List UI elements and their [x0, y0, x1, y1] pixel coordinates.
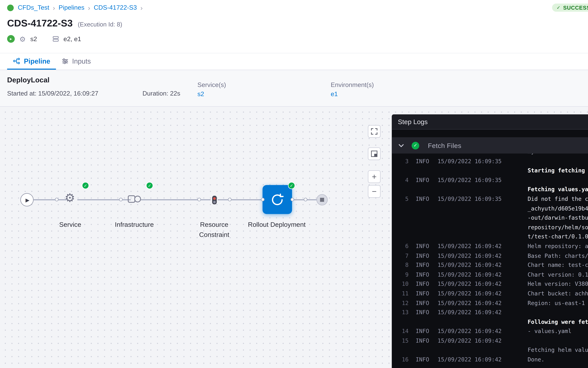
success-check-icon: ✓	[82, 182, 89, 189]
connector-dot	[261, 198, 265, 201]
breadcrumb: CFDs_Test › Pipelines › CDS-41722-S3 › ✓…	[7, 2, 588, 13]
breadcrumb-project[interactable]: CFDs_Test	[18, 4, 49, 11]
log-line: 16INFO15/09/2022 16:09:42Done.	[392, 355, 588, 365]
log-line: 15INFO15/09/2022 16:09:42	[392, 337, 588, 346]
log-line: 6INFO15/09/2022 16:09:42Helm repository:…	[392, 242, 588, 251]
inputs-icon	[61, 58, 68, 64]
log-line: 5INFO15/09/2022 16:09:35Did not find the…	[392, 195, 588, 204]
log-line: 9INFO15/09/2022 16:09:42Chart version: 0…	[392, 270, 588, 280]
infrastructure-icon	[128, 194, 141, 204]
page-title: CDS-41722-S3	[7, 18, 73, 29]
map-icon	[371, 150, 378, 157]
step-success-check-icon: ✓	[412, 142, 419, 149]
log-line: 13INFO15/09/2022 16:09:42	[392, 308, 588, 317]
zoom-in-button[interactable]: +	[368, 170, 380, 183]
connector-dot	[55, 198, 58, 201]
step-logs-panel: Step Logs Console View ✓ Fetch Files	[392, 114, 588, 368]
connector-dot	[198, 198, 201, 201]
log-line: 7INFO15/09/2022 16:09:42Base Path: chart…	[392, 251, 588, 261]
stage-duration: Duration: 22s	[142, 90, 180, 97]
environments-link[interactable]: e1	[331, 91, 338, 98]
infrastructure-node-label: Infrastructure	[104, 220, 165, 230]
log-line: 3INFO15/09/2022 16:09:35	[392, 157, 588, 166]
chevron-right-icon: ›	[53, 4, 55, 11]
fullscreen-icon	[371, 128, 378, 135]
log-line: 12INFO15/09/2022 16:09:42Region: us-east…	[392, 299, 588, 308]
execution-header: CFDs_Test › Pipelines › CDS-41722-S3 › ✓…	[0, 0, 588, 53]
services-label: Service(s)	[198, 81, 226, 89]
log-lines: …}3INFO15/09/2022 16:09:35Starting fetch…	[392, 147, 588, 365]
tab-bar: Pipeline Inputs Console View	[0, 53, 588, 70]
breadcrumb-pipeline-name[interactable]: CDS-41722-S3	[94, 4, 137, 11]
stage-info-bar: DeployLocal Started at: 15/09/2022, 16:0…	[0, 70, 588, 107]
success-check-icon: ✓	[288, 182, 295, 189]
header-actions: ✓ SUCCESS Start time 15/09/2022 16:09:26…	[552, 2, 588, 14]
log-line: 10INFO15/09/2022 16:09:42Helm version: V…	[392, 280, 588, 289]
rollout-deployment-node[interactable]	[263, 185, 292, 214]
rollout-node-label: Rollout Deployment	[246, 220, 307, 230]
service-ref: s2	[30, 35, 37, 43]
stage-name: DeployLocal	[7, 76, 49, 84]
pipeline-end-node[interactable]	[316, 194, 328, 205]
chevron-right-icon: ›	[140, 4, 143, 11]
rollout-icon	[270, 193, 284, 207]
resource-constraint-node[interactable]	[212, 196, 217, 204]
edge	[77, 199, 131, 200]
console-title: Step Logs	[398, 118, 427, 126]
tab-pipeline[interactable]: Pipeline	[7, 53, 56, 70]
environments-label: Environment(s)	[331, 81, 374, 89]
infrastructure-step-node[interactable]	[128, 194, 141, 206]
service-node-label: Service	[45, 220, 96, 230]
chevron-down-icon[interactable]	[398, 144, 406, 147]
fullscreen-button[interactable]	[368, 125, 380, 138]
log-line: t/test-chart/0.1.0	[392, 232, 588, 242]
pipeline-icon	[13, 57, 20, 65]
connector-dot	[291, 198, 294, 201]
log-line: Following were fetched successfully :	[392, 318, 588, 327]
status-badge: ✓ SUCCESS	[552, 3, 588, 12]
chevron-right-icon: ›	[88, 4, 90, 11]
log-line: Fetching helm values completed successfu…	[392, 346, 588, 355]
gear-icon: ⚙	[19, 35, 26, 43]
log-line: 4INFO15/09/2022 16:09:35	[392, 176, 588, 185]
breadcrumb-pipelines[interactable]: Pipelines	[58, 4, 85, 11]
log-section-header[interactable]: ✓ Fetch Files ↑ ↓ 9s	[392, 137, 588, 153]
pipeline-start-node[interactable]: ▶	[20, 193, 34, 206]
meta-row: ▸ ⚙ s2 e2, e1 Admin	[7, 35, 588, 43]
environment-refs: e2, e1	[64, 35, 81, 43]
connector-dot	[304, 198, 307, 201]
title-row: CDS-41722-S3 (Execution Id: 8)	[7, 18, 588, 29]
service-step-node[interactable]: ⚙	[65, 192, 75, 204]
tab-pipeline-label: Pipeline	[24, 57, 50, 65]
edge	[34, 199, 67, 200]
log-line: 8INFO15/09/2022 16:09:42Chart name: test…	[392, 261, 588, 270]
play-icon: ▶	[26, 197, 29, 203]
log-line: repository/helm/source/93602db7-89f2-317…	[392, 223, 588, 232]
execution-id: (Execution Id: 8)	[78, 21, 122, 28]
app-window: CFDs_Test › Pipelines › CDS-41722-S3 › ✓…	[0, 0, 588, 368]
tab-inputs[interactable]: Inputs	[56, 53, 96, 70]
log-line: Fetching values.yaml from helm chart rep…	[392, 185, 588, 194]
cd-module-icon: ▸	[7, 35, 15, 43]
log-line: Starting fetching Helm values	[392, 166, 588, 176]
plus-icon: +	[372, 173, 377, 181]
canvas-map-button[interactable]	[368, 147, 380, 160]
environment-icon	[52, 36, 59, 42]
log-line: 11INFO15/09/2022 16:09:42Chart bucket: a…	[392, 289, 588, 299]
check-icon: ✓	[557, 5, 561, 10]
gear-icon: ⚙	[65, 191, 75, 204]
services-link[interactable]: s2	[198, 91, 204, 98]
project-icon	[7, 4, 14, 11]
stage-started-at: Started at: 15/09/2022, 16:09:27	[7, 90, 98, 97]
connector-dot	[228, 198, 231, 201]
tab-inputs-label: Inputs	[72, 57, 91, 65]
log-section-title: Fetch Files	[428, 142, 462, 149]
log-line: _achyuth/d605e19b46448ceaacb01fb4c19633a…	[392, 204, 588, 213]
minus-icon: −	[372, 187, 377, 195]
resource-constraint-label: Resource Constraint	[189, 220, 240, 240]
success-check-icon: ✓	[146, 182, 153, 189]
status-badge-label: SUCCESS	[563, 5, 588, 11]
main-area: ▶ ⚙ ✓ Service ✓ Infrastructure Resource …	[0, 107, 588, 368]
zoom-out-button[interactable]: −	[368, 185, 380, 198]
log-line: 14INFO15/09/2022 16:09:42- values.yaml	[392, 327, 588, 336]
